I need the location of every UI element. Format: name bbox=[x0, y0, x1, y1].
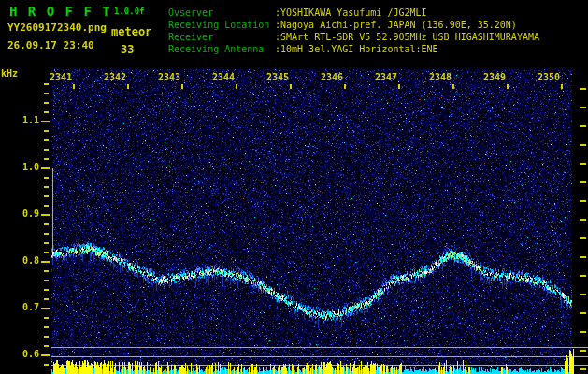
spectrogram-canvas bbox=[0, 0, 588, 374]
meteor-counter-label: meteor bbox=[111, 25, 151, 38]
info-row: Ovserver:YOSHIKAWA Yasufumi /JG2MLI bbox=[168, 7, 539, 19]
app-title: H R O F F T bbox=[9, 4, 111, 19]
x-tick-label: 2346 bbox=[317, 72, 343, 82]
x-tick-label: 2341 bbox=[46, 72, 72, 82]
y-tick-label: 0.9 bbox=[0, 209, 39, 219]
y-tick-label: 1.0 bbox=[0, 162, 39, 172]
info-value: :Nagoya Aichi-pref. JAPAN (136.90E, 35.2… bbox=[275, 20, 517, 30]
y-axis-unit-label: kHz bbox=[1, 68, 18, 79]
info-row: Receiving Location:Nagoya Aichi-pref. JA… bbox=[168, 19, 539, 31]
output-filename: YY2609172340.png bbox=[7, 22, 107, 34]
meteor-counter-value: 33 bbox=[121, 43, 134, 56]
info-value: :SMArt RTL-SDR V5 52.905MHz USB HIGASHIM… bbox=[275, 32, 539, 42]
info-value: :10mH 3el.YAGI Horizontal:ENE bbox=[275, 44, 438, 54]
y-tick-label: 0.6 bbox=[0, 349, 39, 359]
info-row: Receiver:SMArt RTL-SDR V5 52.905MHz USB … bbox=[168, 31, 539, 43]
y-tick-label: 1.1 bbox=[0, 115, 39, 125]
info-label: Ovserver bbox=[168, 7, 275, 19]
x-tick-label: 2343 bbox=[154, 72, 180, 82]
y-tick-label: 0.7 bbox=[0, 302, 39, 312]
x-tick-label: 2348 bbox=[425, 72, 452, 82]
x-tick-label: 2349 bbox=[480, 72, 506, 82]
info-row: Receiving Antenna:10mH 3el.YAGI Horizont… bbox=[168, 43, 539, 55]
x-tick-label: 2342 bbox=[100, 72, 126, 82]
x-tick-label: 2344 bbox=[208, 72, 235, 82]
hrofft-window: H R O F F T 1.0.0f YY2609172340.png mete… bbox=[0, 0, 588, 374]
x-tick-label: 2347 bbox=[371, 72, 397, 82]
x-tick-label: 2350 bbox=[534, 72, 560, 82]
observation-datetime: 26.09.17 23:40 bbox=[7, 39, 94, 51]
y-tick-label: 0.8 bbox=[0, 255, 39, 266]
info-label: Receiver bbox=[168, 31, 275, 43]
info-label: Receiving Location bbox=[168, 19, 275, 31]
x-tick-label: 2345 bbox=[263, 72, 289, 82]
station-info-block: Ovserver:YOSHIKAWA Yasufumi /JG2MLIRecei… bbox=[168, 7, 539, 55]
info-label: Receiving Antenna bbox=[168, 43, 275, 55]
info-value: :YOSHIKAWA Yasufumi /JG2MLI bbox=[275, 7, 427, 18]
app-version: 1.0.0f bbox=[114, 7, 145, 16]
